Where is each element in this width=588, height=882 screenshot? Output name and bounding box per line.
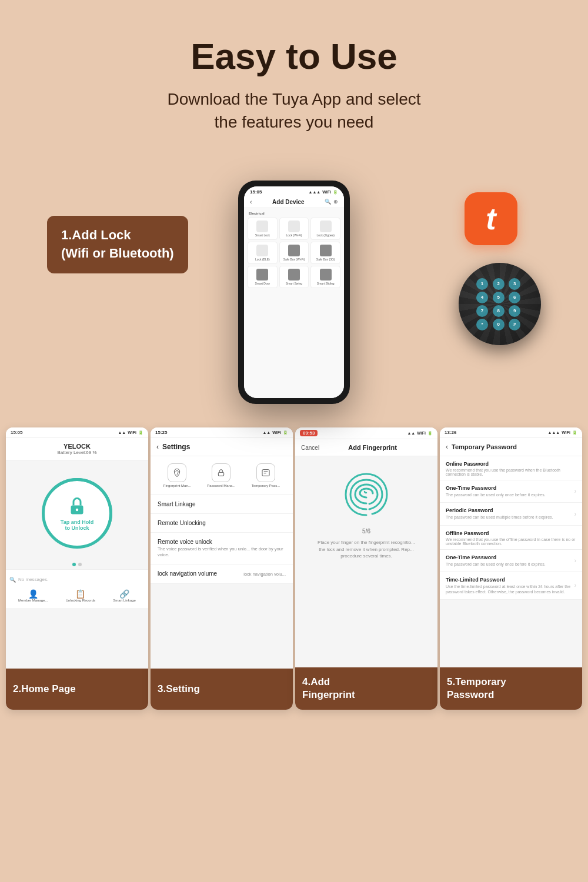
panels-row: 15:05 ▲▲ WiFi 🔋 YELOCK Battery Level:69 … (0, 427, 588, 710)
phone-content: Electrical Smart Lock Lock (Wi-Fi) Lock … (244, 208, 344, 398)
page-title: Easy to Use (24, 35, 564, 77)
lock-cylinder: 1 2 3 4 5 6 7 8 9 * 0 # (459, 263, 541, 345)
password-status-bar: 13:26 ▲▲▲ WiFi 🔋 (440, 427, 582, 438)
menu-smart-linkage[interactable]: Smart Linkage (151, 495, 293, 514)
fingerprint-label: 4.AddFingerprint (295, 667, 437, 710)
panel-settings: 15:25 ▲▲ WiFi 🔋 ‹ Settings (151, 427, 293, 710)
panel-password: 13:26 ▲▲▲ WiFi 🔋 ‹ Temporary Password On… (440, 427, 582, 710)
panel-fingerprint: 09:53 ▲▲ WiFi 🔋 Cancel Add Fingerprint -… (295, 427, 437, 710)
fingerprint-header: Cancel Add Fingerprint --- (295, 439, 437, 456)
settings-icons-row: Fingerprint Man... Password Mana... (151, 456, 293, 495)
password-screen: 13:26 ▲▲▲ WiFi 🔋 ‹ Temporary Password On… (440, 427, 582, 667)
temp-pass-icon-item[interactable]: Temporary Pass... (252, 463, 280, 487)
password-header: ‹ Temporary Password (440, 438, 582, 456)
fingerprint-status-bar: 09:53 ▲▲ WiFi 🔋 (295, 427, 437, 439)
settings-status-bar: 15:25 ▲▲ WiFi 🔋 (151, 427, 293, 438)
nav-member[interactable]: 👤 Member Manage... (18, 589, 48, 602)
settings-header: ‹ Settings (151, 438, 293, 456)
lock-keypad: 1 2 3 4 5 6 7 8 9 * 0 # (476, 278, 523, 330)
home-footer: 🔍 No messages. 👤 Member Manage... 📋 Unlo… (6, 569, 148, 608)
home-screen: 15:05 ▲▲ WiFi 🔋 YELOCK Battery Level:69 … (6, 427, 148, 669)
phone-mockup: 15:05 ▲▲▲ WiFi 🔋 ‹ Add Device 🔍 ⊕ Electr… (238, 181, 350, 404)
fingerprint-visual: 5/6 Place your finger on the fingerprint… (295, 456, 437, 571)
home-lock-circle[interactable]: Tap and Holdto Unlock (42, 478, 112, 549)
password-icon (216, 468, 226, 477)
fingerprint-icon (172, 468, 182, 477)
tuya-logo: t (465, 192, 517, 245)
settings-label: 3.Setting (151, 669, 293, 710)
one-time-password-item[interactable]: One-Time Password The password can be us… (440, 480, 582, 503)
lock-device: 1 2 3 4 5 6 7 8 9 * 0 # (459, 263, 553, 357)
nav-records[interactable]: 📋 Unlocking Records (66, 589, 95, 602)
temp-password-icon (261, 468, 270, 477)
panel-home: 15:05 ▲▲ WiFi 🔋 YELOCK Battery Level:69 … (6, 427, 148, 710)
phone-grid: Smart Lock Lock (Wi-Fi) Lock (Zigbee) Lo… (246, 216, 342, 289)
settings-screen: 15:25 ▲▲ WiFi 🔋 ‹ Settings (151, 427, 293, 669)
svg-rect-2 (219, 473, 224, 476)
showcase-section: 1.Add Lock (Wifi or Bluetooth) 15:05 ▲▲▲… (0, 169, 588, 416)
fingerprint-screen: 09:53 ▲▲ WiFi 🔋 Cancel Add Fingerprint -… (295, 427, 437, 667)
password-label: 5.TemporaryPassword (440, 667, 582, 710)
tuya-letter: t (486, 201, 496, 236)
home-nav: 👤 Member Manage... 📋 Unlocking Records 🔗… (9, 587, 145, 604)
nav-linkage[interactable]: 🔗 Smart Linkage (113, 589, 136, 602)
home-label: 2.Home Page (6, 669, 148, 710)
menu-nav-volume[interactable]: lock navigation volume lock navigation v… (151, 564, 293, 584)
add-lock-badge: 1.Add Lock (Wifi or Bluetooth) (47, 216, 188, 273)
phone-screen: 15:05 ▲▲▲ WiFi 🔋 ‹ Add Device 🔍 ⊕ Electr… (244, 186, 344, 398)
home-device-header: YELOCK Battery Level:69 % (6, 438, 148, 460)
svg-rect-3 (262, 470, 269, 476)
home-status-bar: 15:05 ▲▲ WiFi 🔋 (6, 427, 148, 438)
top-section: Easy to Use Download the Tuya App and se… (0, 0, 588, 151)
time-limited-password-item[interactable]: Time-Limited Password Use the time-limit… (440, 572, 582, 600)
offline-one-time-password-item[interactable]: One-Time Password The password can be us… (440, 550, 582, 572)
menu-remote-voice[interactable]: Remote voice unlock The voice password i… (151, 533, 293, 564)
phone-app-header: ‹ Add Device 🔍 ⊕ (244, 196, 344, 208)
fingerprint-icon-item[interactable]: Fingerprint Man... (163, 463, 191, 487)
page-subtitle: Download the Tuya App and selectthe feat… (24, 88, 564, 133)
periodic-password-item[interactable]: Periodic Password The password can be us… (440, 503, 582, 525)
phone-status-bar: 15:05 ▲▲▲ WiFi 🔋 (244, 186, 344, 196)
password-icon-item[interactable]: Password Mana... (207, 463, 235, 487)
fingerprint-graphic (340, 468, 393, 521)
menu-remote-unlock[interactable]: Remote Unlocking (151, 514, 293, 533)
